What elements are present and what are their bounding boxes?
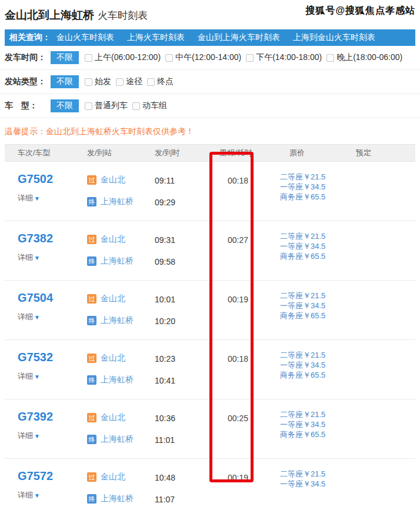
duration: 00:18 <box>219 176 280 185</box>
price-first-class: 一等座￥34.5 <box>280 182 356 192</box>
from-station-link[interactable]: 金山北 <box>101 234 125 245</box>
related-links-bar: 相关查询： 金山火车时刻表 上海火车时刻表 金山到上海火车时刻表 上海到金山火车… <box>5 29 415 46</box>
price-business-class: 商务座￥65.5 <box>280 251 356 261</box>
arrival-time: 11:01 <box>155 435 219 446</box>
pass-badge: 过 <box>87 354 96 363</box>
option-label[interactable]: 动车组 <box>142 101 167 111</box>
table-row: G7504 详细▼ 过金山北 终上海虹桥 10:01 10:20 00:19 二… <box>5 281 415 340</box>
related-link-jinshan[interactable]: 金山火车时刻表 <box>56 32 114 43</box>
detail-toggle[interactable]: 详细▼ <box>18 490 87 501</box>
from-station-link[interactable]: 金山北 <box>101 472 125 482</box>
to-station-link[interactable]: 上海虹桥 <box>101 256 134 266</box>
to-station-link[interactable]: 上海虹桥 <box>101 315 134 326</box>
train-number-link[interactable]: G7572 <box>18 469 87 483</box>
checkbox-regular-train[interactable] <box>85 102 92 110</box>
from-station-link[interactable]: 金山北 <box>101 294 125 304</box>
detail-toggle[interactable]: 详细▼ <box>18 193 87 204</box>
chevron-down-icon: ▼ <box>34 255 40 261</box>
table-row: G7532 详细▼ 过金山北 终上海虹桥 10:23 10:41 00:18 二… <box>5 340 415 399</box>
departure-time: 10:23 <box>155 354 219 365</box>
page-subtitle: 火车时刻表 <box>98 10 148 21</box>
checkbox-emu-train[interactable] <box>132 102 140 110</box>
page-title: 金山北到上海虹桥 <box>5 9 94 21</box>
chevron-down-icon: ▼ <box>34 492 40 499</box>
option-label[interactable]: 上午(06:00-12:00) <box>95 52 161 63</box>
option-label[interactable]: 始发 <box>95 76 111 87</box>
option-label[interactable]: 中午(12:00-14:00) <box>175 52 241 63</box>
detail-toggle[interactable]: 详细▼ <box>18 312 87 322</box>
terminal-badge: 终 <box>87 197 96 206</box>
terminal-badge: 终 <box>87 435 96 444</box>
related-link-shanghai[interactable]: 上海火车时刻表 <box>127 32 185 43</box>
to-station-link[interactable]: 上海虹桥 <box>101 494 134 504</box>
price-second-class: 二等座￥21.5 <box>280 469 356 479</box>
train-number-link[interactable]: G7382 <box>18 232 87 245</box>
terminal-badge: 终 <box>87 375 96 385</box>
arrival-time: 09:58 <box>155 257 219 268</box>
detail-toggle[interactable]: 详细▼ <box>18 371 87 382</box>
train-number-link[interactable]: G7504 <box>18 291 87 305</box>
option-label[interactable]: 下午(14:00-18:00) <box>256 52 322 63</box>
departure-time: 09:11 <box>155 176 219 186</box>
booking-cell <box>356 459 415 510</box>
to-station-link[interactable]: 上海虹桥 <box>101 375 134 385</box>
arrival-time: 11:07 <box>155 495 219 505</box>
checkbox-via[interactable] <box>116 78 124 86</box>
price-first-class: 一等座￥34.5 <box>280 419 356 429</box>
pass-badge: 过 <box>87 235 96 244</box>
from-station-link[interactable]: 金山北 <box>101 412 125 423</box>
filter-station-type: 发站类型： 不限 始发 途径 终点 <box>0 70 420 94</box>
price-business-class: 商务座￥65.5 <box>280 311 356 321</box>
table-header: 车次/车型 发/到站 发/到时 里程/耗时 票价 预定 <box>5 144 415 162</box>
checkbox-evening[interactable] <box>326 54 334 62</box>
from-station-link[interactable]: 金山北 <box>101 353 125 364</box>
booking-cell <box>356 162 415 221</box>
watermark: 搜狐号@搜狐焦点孝感站 <box>305 5 415 17</box>
detail-toggle[interactable]: 详细▼ <box>18 431 87 441</box>
price-business-class: 商务座￥65.5 <box>280 192 356 202</box>
page-header: 金山北到上海虹桥火车时刻表 搜狐号@搜狐焦点孝感站 <box>0 0 420 26</box>
price-second-class: 二等座￥21.5 <box>280 350 356 360</box>
arrival-time: 09:29 <box>155 198 219 208</box>
option-label[interactable]: 普通列车 <box>95 101 128 111</box>
checkbox-morning[interactable] <box>85 54 92 62</box>
duration: 00:18 <box>219 354 280 364</box>
any-train-type-button[interactable]: 不限 <box>51 99 79 112</box>
option-label[interactable]: 终点 <box>157 76 174 87</box>
terminal-badge: 终 <box>87 494 96 504</box>
departure-time: 10:01 <box>155 295 219 305</box>
to-station-link[interactable]: 上海虹桥 <box>101 196 134 207</box>
table-row: G7382 详细▼ 过金山北 终上海虹桥 09:31 09:58 00:27 二… <box>5 221 415 281</box>
any-station-type-button[interactable]: 不限 <box>51 75 79 88</box>
checkbox-afternoon[interactable] <box>246 54 254 62</box>
to-station-link[interactable]: 上海虹桥 <box>101 434 134 445</box>
checkbox-origin[interactable] <box>85 78 92 86</box>
from-station-link[interactable]: 金山北 <box>101 175 125 185</box>
related-link-shanghai-to-jinshan[interactable]: 上海到金山火车时刻表 <box>293 32 375 43</box>
related-links-label: 相关查询： <box>9 32 51 43</box>
checkbox-terminal[interactable] <box>147 78 155 86</box>
arrival-time: 10:20 <box>155 316 219 327</box>
booking-cell <box>356 340 415 399</box>
train-schedule-page: 金山北到上海虹桥火车时刻表 搜狐号@搜狐焦点孝感站 相关查询： 金山火车时刻表 … <box>0 0 420 510</box>
related-link-jinshan-to-shanghai[interactable]: 金山到上海火车时刻表 <box>198 32 280 43</box>
option-label[interactable]: 晚上(18:00-06:00) <box>336 52 402 63</box>
option-label[interactable]: 途径 <box>126 76 142 87</box>
chevron-down-icon: ▼ <box>34 433 40 439</box>
price-first-class: 一等座￥34.5 <box>280 301 356 311</box>
duration: 00:19 <box>219 473 280 482</box>
any-time-button[interactable]: 不限 <box>51 51 79 64</box>
train-number-link[interactable]: G7532 <box>18 351 87 364</box>
duration: 00:25 <box>219 414 280 423</box>
detail-toggle[interactable]: 详细▼ <box>18 252 87 263</box>
train-number-link[interactable]: G7392 <box>18 410 87 424</box>
table-row: G7572 详细▼ 过金山北 终上海虹桥 10:48 11:07 00:19 二… <box>5 459 415 510</box>
price-first-class: 一等座￥34.5 <box>280 360 356 370</box>
train-number-link[interactable]: G7502 <box>18 172 87 186</box>
terminal-badge: 终 <box>87 256 96 266</box>
arrival-time: 10:41 <box>155 376 219 386</box>
duration: 00:27 <box>219 235 280 245</box>
chevron-down-icon: ▼ <box>34 314 40 321</box>
col-stations: 发/到站 <box>87 148 155 158</box>
checkbox-noon[interactable] <box>165 54 173 62</box>
